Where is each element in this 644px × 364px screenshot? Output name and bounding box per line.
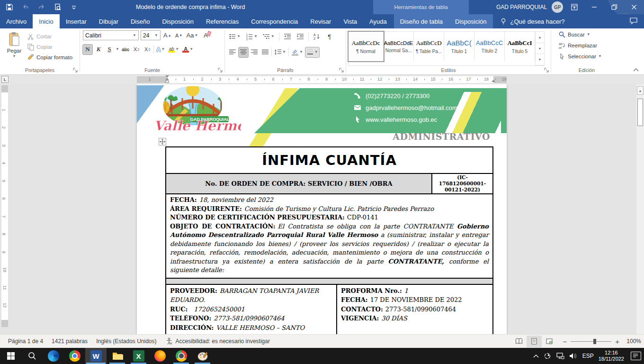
font-size-combo[interactable]: 24▼ bbox=[141, 30, 161, 40]
taskbar-chrome-app-icon[interactable] bbox=[170, 348, 192, 364]
zoom-out-icon[interactable]: − bbox=[563, 337, 567, 346]
tab-vista[interactable]: Vista bbox=[337, 14, 363, 28]
web-layout-icon[interactable] bbox=[542, 336, 557, 347]
style-titulo-1[interactable]: AaBbC( Título 1 bbox=[444, 32, 474, 61]
scrollbar-thumb[interactable] bbox=[637, 99, 643, 126]
subscript-button[interactable]: X2 bbox=[132, 45, 141, 55]
tab-disposicion-tabla[interactable]: Disposición bbox=[449, 14, 492, 28]
tab-correspondencia[interactable]: Correspondencia bbox=[245, 14, 304, 28]
show-marks-icon[interactable]: ¶ bbox=[325, 32, 334, 42]
word-count[interactable]: 1421 palabras bbox=[47, 335, 92, 348]
text-effects-icon[interactable]: A▼ bbox=[155, 45, 166, 55]
tray-recorder-icon[interactable] bbox=[544, 352, 551, 360]
change-case-icon[interactable]: Aa▼ bbox=[186, 30, 199, 40]
styles-dialog-launcher[interactable] bbox=[544, 68, 549, 73]
zoom-in-icon[interactable]: + bbox=[615, 337, 619, 346]
close-button[interactable] bbox=[624, 0, 644, 14]
select-button[interactable]: Seleccionar▼ bbox=[557, 52, 619, 61]
ribbon-display-options-icon[interactable] bbox=[564, 0, 584, 14]
align-left-icon[interactable] bbox=[228, 47, 237, 57]
redo-icon[interactable] bbox=[37, 2, 46, 12]
tab-diseno[interactable]: Diseño bbox=[125, 14, 156, 28]
taskbar-firefox-icon[interactable] bbox=[149, 348, 170, 364]
action-center-icon[interactable] bbox=[631, 352, 641, 360]
table-move-handle[interactable] bbox=[159, 138, 166, 146]
taskbar-excel-icon[interactable]: X bbox=[128, 348, 149, 364]
line-spacing-icon[interactable]: ▼ bbox=[273, 47, 287, 57]
decrease-indent-icon[interactable] bbox=[283, 32, 292, 42]
vertical-scrollbar[interactable]: ▲ bbox=[636, 84, 644, 334]
page-indicator[interactable]: Página 1 de 4 bbox=[4, 335, 47, 348]
justify-icon[interactable] bbox=[260, 47, 270, 57]
taskbar-word-icon[interactable]: W bbox=[85, 348, 107, 364]
styles-scroll-down[interactable]: ▼ bbox=[536, 43, 544, 55]
clear-formatting-icon[interactable]: A bbox=[201, 30, 210, 40]
tray-volume-icon[interactable] bbox=[569, 353, 578, 359]
styles-scroll-up[interactable]: ▲ bbox=[536, 32, 544, 43]
align-center-icon[interactable] bbox=[239, 47, 248, 57]
zoom-slider-thumb[interactable] bbox=[593, 339, 596, 344]
tab-diseno-de-tabla[interactable]: Diseño de tabla bbox=[394, 14, 449, 28]
print-preview-icon[interactable] bbox=[53, 2, 63, 12]
tab-disposicion[interactable]: Disposición bbox=[156, 14, 199, 28]
borders-icon[interactable]: ▼ bbox=[305, 47, 319, 57]
accessibility-status[interactable]: Accesibilidad: es necesario investigar bbox=[161, 335, 274, 348]
taskbar-explorer-icon[interactable] bbox=[107, 348, 128, 364]
replace-button[interactable]: abac Reemplazar bbox=[557, 41, 619, 50]
italic-button[interactable]: K bbox=[94, 45, 103, 55]
cut-button[interactable]: Cortar bbox=[26, 32, 74, 41]
clipboard-dialog-launcher[interactable] bbox=[73, 68, 78, 73]
underline-button[interactable]: S bbox=[105, 45, 114, 55]
shrink-font-icon[interactable]: A▼ bbox=[174, 30, 184, 40]
feedback-icon[interactable] bbox=[629, 16, 638, 27]
read-mode-icon[interactable] bbox=[511, 336, 527, 347]
zoom-percentage[interactable]: 100% bbox=[623, 338, 641, 345]
print-layout-icon[interactable] bbox=[527, 336, 542, 347]
tray-language[interactable]: ESP bbox=[582, 353, 594, 359]
language-indicator[interactable]: Inglés (Estados Unidos) bbox=[92, 335, 161, 348]
tray-expand-icon[interactable] bbox=[533, 354, 539, 358]
tray-clock[interactable]: 12:16 18/11/2022 bbox=[599, 350, 624, 362]
tab-ayuda[interactable]: Ayuda bbox=[363, 14, 393, 28]
styles-gallery-more[interactable]: ▼ bbox=[536, 54, 544, 65]
save-icon[interactable] bbox=[5, 2, 14, 12]
tab-dibujar[interactable]: Dibujar bbox=[93, 14, 125, 28]
shading-icon[interactable]: ▼ bbox=[290, 47, 304, 57]
find-button[interactable]: Buscar▼ bbox=[557, 30, 619, 39]
align-right-icon[interactable] bbox=[250, 47, 259, 57]
collapse-ribbon-icon[interactable] bbox=[633, 68, 639, 73]
superscript-button[interactable]: X2 bbox=[143, 45, 152, 55]
font-dialog-launcher[interactable] bbox=[218, 68, 223, 73]
taskbar-edge-icon[interactable] bbox=[43, 348, 64, 364]
font-family-combo[interactable]: Calibri▼ bbox=[83, 30, 139, 40]
paste-button[interactable]: Pegar ▼ bbox=[3, 30, 26, 66]
font-color-icon[interactable]: A▼ bbox=[181, 45, 194, 55]
strikethrough-button[interactable]: abc bbox=[121, 45, 130, 55]
format-painter-button[interactable]: Copiar formato bbox=[26, 53, 74, 62]
style-table-pa[interactable]: AaBbCcD ¶ Table Pa... bbox=[414, 32, 444, 61]
highlight-color-icon[interactable]: ab▼ bbox=[167, 45, 180, 55]
tab-revisar[interactable]: Revisar bbox=[304, 14, 337, 28]
horizontal-ruler[interactable]: 1 12345678910111213141516171819 bbox=[137, 76, 507, 83]
numbering-icon[interactable]: 123▼ bbox=[245, 32, 259, 42]
taskbar-search-button[interactable] bbox=[21, 348, 43, 364]
tab-inicio[interactable]: Inicio bbox=[33, 14, 59, 28]
tab-archivo[interactable]: Archivo bbox=[0, 14, 33, 28]
multilevel-list-icon[interactable]: ▼ bbox=[262, 32, 276, 42]
account-area[interactable]: GAD PARROQUIAL GP bbox=[496, 0, 563, 14]
customize-qat-icon[interactable] bbox=[69, 2, 79, 12]
tell-me-box[interactable]: ¿Qué desea hacer? bbox=[500, 14, 565, 28]
style-titulo-5[interactable]: AaBbCcI Título 5 bbox=[505, 32, 535, 61]
bold-button[interactable]: N bbox=[83, 45, 92, 55]
style-titulo-2[interactable]: AaBbCcC Título 2 bbox=[474, 32, 505, 61]
start-button[interactable] bbox=[0, 348, 21, 364]
indent-marker-right[interactable] bbox=[491, 80, 495, 84]
zoom-slider[interactable] bbox=[571, 341, 611, 342]
undo-icon[interactable] bbox=[21, 2, 30, 12]
tab-insertar[interactable]: Insertar bbox=[60, 14, 93, 28]
tray-network-icon[interactable] bbox=[556, 353, 564, 359]
grow-font-icon[interactable]: A▲ bbox=[162, 30, 172, 40]
increase-indent-icon[interactable] bbox=[295, 32, 305, 42]
taskbar-paint-icon[interactable] bbox=[192, 348, 213, 364]
minimize-button[interactable] bbox=[584, 0, 604, 14]
